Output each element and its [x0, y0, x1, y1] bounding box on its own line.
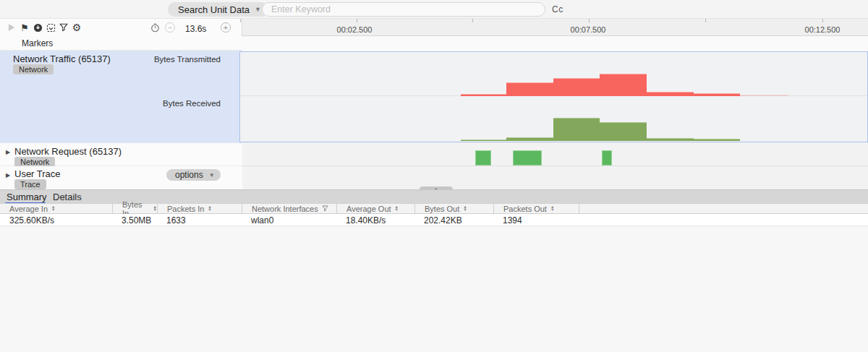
profiler-window: Search Unit Data ▼ Cc ⚑ ⚙ − 13.6s + 00:0…: [0, 0, 868, 352]
zoom-in-icon[interactable]: +: [221, 22, 231, 33]
traffic-bar[interactable]: [506, 82, 553, 96]
track-badge: Trace: [14, 179, 46, 189]
toolbar: ⚑ ⚙ − 13.6s +: [0, 19, 242, 36]
chevron-down-icon: ▼: [255, 6, 261, 13]
traffic-bar[interactable]: [506, 137, 553, 141]
search-scope-dropdown[interactable]: Search Unit Data ▼: [168, 2, 268, 17]
column-header-average-in[interactable]: Average In ▲▼: [0, 204, 112, 213]
sort-icon: ▲▼: [395, 206, 399, 210]
traffic-bar[interactable]: [600, 122, 647, 141]
search-input[interactable]: [262, 2, 545, 17]
filter-icon[interactable]: [322, 205, 328, 213]
cell-average-in: 325.60KB/s: [0, 215, 54, 226]
options-dropdown[interactable]: options ▼: [166, 169, 221, 181]
bytes-received-lane[interactable]: [240, 96, 867, 141]
gear-icon[interactable]: ⚙: [71, 22, 82, 33]
top-search-bar: Search Unit Data ▼ Cc: [0, 0, 868, 19]
ruler-label: 00:02.500: [329, 25, 380, 34]
series-label-bytes-received: Bytes Received: [163, 99, 221, 108]
zoom-out-icon[interactable]: −: [165, 22, 175, 33]
restore-zoom-icon[interactable]: [45, 22, 56, 33]
ruler-tick: [240, 19, 241, 22]
traffic-bar[interactable]: [694, 139, 740, 141]
capture-icon[interactable]: [32, 22, 43, 33]
chevron-down-icon: ▼: [209, 172, 215, 179]
ruler-label: 00:07.500: [563, 25, 613, 34]
cell-bytes-in: 3.50MB: [112, 215, 151, 226]
traffic-bar[interactable]: [600, 74, 647, 96]
cell-packets-out: 1394: [493, 215, 522, 226]
markers-track-header[interactable]: Markers: [0, 36, 242, 51]
ruler-tick: [472, 19, 473, 22]
user-trace-lane[interactable]: [242, 166, 868, 189]
flag-icon[interactable]: ⚑: [19, 22, 30, 33]
sort-icon: ▲▼: [550, 206, 554, 210]
cell-network-interfaces: wlan0: [242, 215, 273, 226]
duration-label: 13.6s: [185, 24, 206, 34]
column-header-spacer: [579, 204, 868, 213]
request-block[interactable]: [475, 150, 491, 166]
ruler-tick: [357, 19, 357, 22]
column-header-bytes-out[interactable]: Bytes Out ▲▼: [414, 204, 493, 213]
column-header-bytes-in[interactable]: Bytes In ▲▼: [112, 204, 157, 213]
search-scope-label: Search Unit Data: [178, 4, 250, 15]
sort-icon: ▲▼: [463, 206, 467, 210]
timer-icon[interactable]: [149, 22, 161, 33]
tab-summary[interactable]: Summary: [7, 192, 47, 202]
network-traffic-chart[interactable]: [239, 51, 868, 142]
track-title: Network Traffic (65137): [13, 53, 111, 64]
traffic-bar[interactable]: [461, 139, 506, 141]
bytes-transmitted-lane[interactable]: [240, 52, 867, 96]
track-badge: Network: [13, 64, 54, 74]
track-header-network-traffic[interactable]: Network Traffic (65137) Network Bytes Tr…: [0, 51, 242, 143]
markers-track-lane[interactable]: [242, 36, 868, 51]
traffic-bar[interactable]: [553, 118, 600, 141]
track-title: User Trace: [14, 168, 61, 179]
request-block[interactable]: [513, 150, 542, 166]
table-row[interactable]: 325.60KB/s 3.50MB 1633 wlan0 18.40KB/s 2…: [0, 214, 868, 226]
network-request-lane[interactable]: [242, 143, 868, 166]
options-label: options: [175, 170, 203, 180]
match-case-toggle[interactable]: Cc: [552, 4, 563, 14]
track-header-user-trace[interactable]: ▶ User Trace Trace options ▼: [0, 166, 242, 189]
cell-average-out: 18.40KB/s: [336, 215, 386, 226]
ruler-label: 00:12.500: [797, 25, 848, 34]
play-icon[interactable]: [6, 22, 17, 33]
request-block[interactable]: [602, 150, 612, 166]
traffic-bar[interactable]: [647, 138, 694, 141]
sort-icon: ▲▼: [51, 206, 55, 210]
traffic-bar[interactable]: [553, 78, 600, 96]
cell-packets-in: 1633: [157, 215, 186, 226]
request-blocks[interactable]: [0, 143, 868, 166]
expand-arrow-icon[interactable]: ▶: [6, 172, 10, 179]
empty-detail-area: [0, 227, 868, 352]
cell-bytes-out: 202.42KB: [414, 215, 462, 226]
series-label-bytes-transmitted: Bytes Transmitted: [154, 55, 221, 64]
column-header-packets-out[interactable]: Packets Out ▲▼: [493, 204, 579, 213]
summary-table-header: Average In ▲▼ Bytes In ▲▼ Packets In ▲▼ …: [0, 203, 868, 214]
ruler-tick: [822, 19, 823, 22]
column-header-packets-in[interactable]: Packets In ▲▼: [157, 204, 242, 213]
sort-icon: ▲▼: [208, 206, 211, 210]
ruler-tick: [705, 19, 706, 22]
tab-details[interactable]: Details: [53, 192, 82, 202]
column-header-network-interfaces[interactable]: Network Interfaces: [242, 204, 336, 213]
markers-label: Markers: [22, 38, 53, 48]
column-header-average-out[interactable]: Average Out ▲▼: [336, 204, 414, 213]
filter-icon[interactable]: [58, 22, 69, 33]
ruler-tick: [589, 19, 590, 22]
